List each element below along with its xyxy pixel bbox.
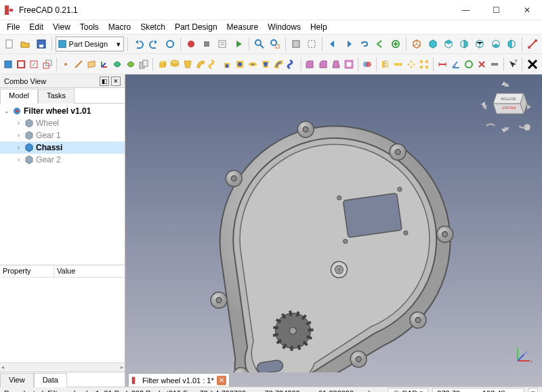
measure-distance-icon[interactable] bbox=[526, 37, 539, 51]
isometric-view-icon[interactable] bbox=[410, 37, 423, 51]
menu-sketch[interactable]: Sketch bbox=[136, 21, 169, 33]
top-view-icon[interactable] bbox=[442, 37, 455, 51]
tree-item-chassi[interactable]: › Chassi bbox=[0, 141, 125, 154]
navigation-cube[interactable]: FRONT BOTTOM bbox=[480, 80, 534, 134]
property-col-value[interactable]: Value bbox=[54, 265, 78, 277]
groove-icon[interactable] bbox=[247, 57, 258, 72]
property-scrollbar[interactable]: ◂▸ bbox=[0, 362, 125, 372]
measure-clear-icon[interactable] bbox=[476, 57, 487, 72]
tree-expand-icon[interactable]: ⌄ bbox=[3, 108, 10, 115]
panel-float-icon[interactable]: ◧ bbox=[100, 77, 109, 86]
polar-pattern-icon[interactable] bbox=[406, 57, 417, 72]
chamfer-icon[interactable] bbox=[318, 57, 329, 72]
helix-icon[interactable] bbox=[208, 57, 219, 72]
mirror-icon[interactable] bbox=[380, 57, 391, 72]
macro-record-icon[interactable] bbox=[184, 37, 198, 51]
menu-help[interactable]: Help bbox=[306, 21, 331, 33]
redo-icon[interactable] bbox=[147, 37, 161, 51]
menu-windows[interactable]: Windows bbox=[264, 21, 305, 33]
property-col-name[interactable]: Property bbox=[0, 265, 54, 277]
tree-root[interactable]: ⌄ Filter wheel v1.01 bbox=[0, 105, 125, 117]
tab-view[interactable]: View bbox=[0, 373, 34, 387]
macro-play-icon[interactable] bbox=[231, 37, 245, 51]
subtractive-loft-icon[interactable] bbox=[260, 57, 271, 72]
clone-icon[interactable] bbox=[138, 57, 149, 72]
bottom-view-icon[interactable] bbox=[488, 37, 502, 51]
datum-line-icon[interactable] bbox=[73, 57, 84, 72]
tree-item-gear2[interactable]: › Gear 2 bbox=[0, 154, 125, 166]
panel-close-icon[interactable]: ✕ bbox=[111, 77, 121, 86]
nav-left-icon[interactable] bbox=[326, 37, 339, 51]
whats-this-icon[interactable]: ? bbox=[507, 57, 518, 72]
menu-edit[interactable]: Edit bbox=[25, 21, 47, 33]
sub-shape-binder-icon[interactable] bbox=[125, 57, 136, 72]
thickness-icon[interactable] bbox=[343, 57, 354, 72]
loft-icon[interactable] bbox=[182, 57, 193, 72]
subtractive-sweep-icon[interactable] bbox=[273, 57, 284, 72]
close-button[interactable]: ✕ bbox=[512, 0, 542, 20]
macro-list-icon[interactable] bbox=[215, 37, 229, 51]
fillet-icon[interactable] bbox=[304, 57, 315, 72]
tab-model[interactable]: Model bbox=[0, 89, 38, 104]
menu-view[interactable]: View bbox=[49, 21, 75, 33]
draft-icon[interactable] bbox=[331, 57, 341, 72]
menu-file[interactable]: File bbox=[3, 21, 24, 33]
new-file-icon[interactable] bbox=[3, 37, 16, 51]
fit-all-icon[interactable] bbox=[253, 37, 266, 51]
tab-tasks[interactable]: Tasks bbox=[38, 89, 75, 104]
tree-expand-icon[interactable]: › bbox=[15, 144, 22, 152]
nav-right-icon[interactable] bbox=[342, 37, 356, 51]
datum-cs-icon[interactable] bbox=[99, 57, 110, 72]
tree-expand-icon[interactable]: › bbox=[15, 120, 22, 127]
measure-angular-icon[interactable] bbox=[450, 57, 461, 72]
datum-plane-icon[interactable] bbox=[86, 57, 97, 72]
tab-data[interactable]: Data bbox=[34, 373, 67, 387]
tree-expand-icon[interactable]: › bbox=[15, 132, 22, 139]
tree-item-gear1[interactable]: › Gear 1 bbox=[0, 129, 125, 141]
front-view-icon[interactable] bbox=[426, 37, 440, 51]
undo-icon[interactable] bbox=[131, 37, 145, 51]
maximize-button[interactable]: ☐ bbox=[481, 0, 512, 20]
sweep-icon[interactable] bbox=[195, 57, 206, 72]
save-file-icon[interactable] bbox=[34, 37, 47, 51]
nav-style-selector[interactable]: CAD▾ bbox=[388, 388, 428, 392]
measure-refresh-icon[interactable] bbox=[463, 57, 474, 72]
tree-expand-icon[interactable]: › bbox=[15, 156, 22, 164]
hole-icon[interactable] bbox=[234, 57, 245, 72]
viewport-dimensions[interactable]: 272,70 mm x 192,48 mm bbox=[432, 388, 524, 392]
menu-macro[interactable]: Macro bbox=[104, 21, 135, 33]
pad-icon[interactable] bbox=[157, 57, 167, 72]
create-body-icon[interactable] bbox=[3, 57, 14, 72]
open-file-icon[interactable] bbox=[18, 37, 32, 51]
map-sketch-icon[interactable] bbox=[42, 57, 53, 72]
document-tab[interactable]: Filter wheel v1.01 : 1* ✕ bbox=[128, 373, 230, 387]
link-back-icon[interactable] bbox=[373, 37, 387, 51]
bounding-box-icon[interactable] bbox=[305, 37, 318, 51]
refresh-icon[interactable] bbox=[163, 37, 177, 51]
draw-style-icon[interactable] bbox=[289, 37, 303, 51]
revolution-icon[interactable] bbox=[169, 57, 180, 72]
3d-viewport[interactable]: FRONT BOTTOM x z y Filter wheel v1.01 : … bbox=[125, 74, 542, 387]
menu-tools[interactable]: Tools bbox=[76, 21, 103, 33]
fit-selection-icon[interactable] bbox=[268, 37, 282, 51]
datum-point-icon[interactable] bbox=[60, 57, 70, 72]
shape-binder-icon[interactable] bbox=[112, 57, 123, 72]
status-zoom-icon[interactable]: ▾ bbox=[528, 388, 538, 392]
right-view-icon[interactable] bbox=[457, 37, 471, 51]
boolean-icon[interactable] bbox=[362, 57, 373, 72]
pocket-icon[interactable] bbox=[221, 57, 232, 72]
measure-linear-icon[interactable] bbox=[437, 57, 448, 72]
close-toolbar-icon[interactable] bbox=[526, 57, 539, 72]
link-make-icon[interactable] bbox=[389, 37, 402, 51]
model-tree[interactable]: ⌄ Filter wheel v1.01 › Wheel › Gear 1 › … bbox=[0, 103, 125, 265]
create-sketch-icon[interactable] bbox=[16, 57, 26, 72]
linear-pattern-icon[interactable] bbox=[393, 57, 404, 72]
subtractive-helix-icon[interactable] bbox=[286, 57, 297, 72]
multi-transform-icon[interactable] bbox=[419, 57, 430, 72]
close-tab-icon[interactable]: ✕ bbox=[217, 376, 226, 385]
left-view-icon[interactable] bbox=[505, 37, 518, 51]
rear-view-icon[interactable] bbox=[473, 37, 486, 51]
link-nav-icon[interactable] bbox=[358, 37, 371, 51]
property-body[interactable] bbox=[0, 278, 125, 362]
minimize-button[interactable]: — bbox=[451, 0, 481, 20]
